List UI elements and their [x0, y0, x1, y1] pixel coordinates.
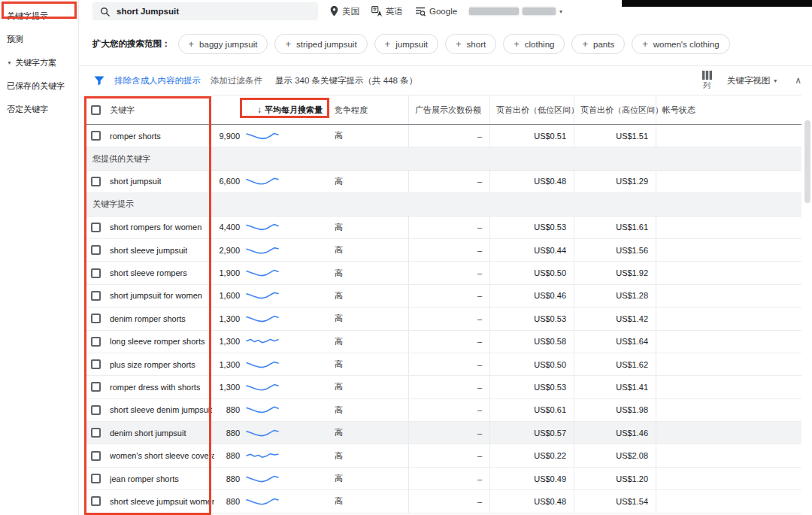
- account-status-value: [656, 239, 801, 261]
- google-ads-keyword-planner: 关键字提示预测▼关键字方案已保存的关键字否定关键字 short Jumpsuit…: [0, 0, 812, 515]
- columns-button[interactable]: 列: [702, 71, 712, 91]
- header-competition[interactable]: 竞争程度: [329, 95, 408, 124]
- vertical-scrollbar[interactable]: [804, 98, 810, 511]
- language-selector[interactable]: 英语: [371, 6, 403, 17]
- table-row[interactable]: short sleeve jumpsuit womens880高–US$0.48…: [85, 490, 801, 513]
- top-bid-high-value: US$1.61: [574, 217, 656, 238]
- table-row[interactable]: short rompers for women4,400高–US$0.53US$…: [85, 217, 801, 239]
- row-checkbox[interactable]: [91, 291, 101, 301]
- ad-impression-share-value: –: [408, 490, 489, 512]
- top-bid-high-value: US$1.56: [574, 239, 656, 261]
- location-selector[interactable]: 美国: [330, 6, 359, 17]
- trend-sparkline-icon: [245, 381, 280, 393]
- table-row[interactable]: plus size romper shorts1,300高–US$0.50US$…: [85, 353, 801, 376]
- add-filter-button[interactable]: 添加过滤条件: [211, 75, 262, 86]
- table-row[interactable]: romper shorts9,900高–US$0.51US$1.51: [85, 125, 801, 147]
- keyword-text: women's short sleeve coveralls: [110, 451, 214, 460]
- sidebar-item-keyword-ideas[interactable]: 关键字提示: [0, 5, 78, 28]
- row-checkbox[interactable]: [91, 245, 101, 255]
- account-status-value: [656, 262, 801, 283]
- add-keyword-chip-0[interactable]: +baggy jumpsuit: [178, 34, 268, 54]
- table-row[interactable]: denim romper shorts1,300高–US$0.53US$1.42: [85, 307, 801, 330]
- table-section-header: 关键字提示: [85, 193, 801, 216]
- header-top-bid-high[interactable]: 页首出价（高位区间）: [574, 95, 656, 124]
- date-range-selector[interactable]: ▾: [469, 8, 562, 15]
- scrollbar-thumb[interactable]: [804, 120, 810, 203]
- account-status-value: [656, 353, 801, 375]
- row-checkbox[interactable]: [91, 382, 101, 392]
- top-bid-low-value: US$0.44: [489, 239, 574, 261]
- search-query: short Jumpsuit: [117, 7, 179, 16]
- table-row[interactable]: short sleeve rompers1,900高–US$0.50US$1.9…: [85, 262, 801, 284]
- top-bid-low-value: US$0.53: [489, 307, 574, 329]
- table-row[interactable]: short sleeve jumpsuit2,900高–US$0.44US$1.…: [85, 239, 801, 262]
- plus-icon: +: [514, 38, 520, 50]
- add-keyword-chip-5[interactable]: +pants: [571, 34, 625, 54]
- sidebar-item-forecasts[interactable]: 预测: [0, 28, 78, 51]
- network-selector[interactable]: Google: [415, 6, 457, 17]
- sidebar-item-negative-keywords[interactable]: 否定关键字: [0, 98, 78, 121]
- row-checkbox[interactable]: [91, 314, 101, 323]
- table-row[interactable]: denim short jumpsuit880高–US$0.57US$1.46: [85, 422, 801, 444]
- select-all-checkbox[interactable]: [91, 105, 101, 115]
- table-row[interactable]: long sleeve romper shorts1,300高–US$0.58U…: [85, 331, 801, 353]
- row-checkbox[interactable]: [91, 177, 101, 186]
- keyword-search-box[interactable]: short Jumpsuit: [92, 2, 318, 20]
- competition-value: 高: [329, 307, 408, 329]
- table-row[interactable]: short jumpsuit6,600高–US$0.48US$1.29: [85, 171, 801, 193]
- table-row[interactable]: jean romper shorts880高–US$0.49US$1.20: [85, 468, 801, 490]
- table-row[interactable]: women's short sleeve coveralls880高–US$0.…: [85, 444, 801, 467]
- table-row[interactable]: short jumpsuit for women1,600高–US$0.46US…: [85, 285, 801, 307]
- top-bid-low-value: US$0.53: [489, 217, 574, 238]
- search-volume: 4,400: [214, 223, 240, 232]
- row-checkbox[interactable]: [91, 405, 101, 415]
- sidebar-item-saved-keywords[interactable]: 已保存的关键字: [0, 74, 78, 98]
- header-account-status[interactable]: 帐号状态: [656, 95, 801, 124]
- toolbar-right: 列 关键字视图 ▾ ∧: [702, 71, 801, 91]
- header-ad-impression-share[interactable]: 广告展示次数份额: [408, 95, 489, 124]
- table-row[interactable]: romper dress with shorts1,300高–US$0.53US…: [85, 376, 801, 398]
- competition-value: 高: [329, 468, 408, 489]
- account-status-value: [656, 422, 801, 444]
- trend-sparkline-icon: [245, 359, 280, 371]
- row-checkbox[interactable]: [91, 223, 101, 232]
- row-checkbox[interactable]: [91, 428, 101, 438]
- competition-value: 高: [329, 444, 408, 466]
- ad-impression-share-value: –: [408, 353, 489, 375]
- header-top-bid-low[interactable]: 页首出价（低位区间）: [489, 95, 574, 124]
- account-status-value: [656, 399, 801, 421]
- add-keyword-chip-4[interactable]: +clothing: [503, 34, 565, 54]
- row-checkbox[interactable]: [91, 268, 101, 278]
- exclude-adult-filter-link[interactable]: 排除含成人内容的提示: [114, 75, 201, 86]
- sidebar-item-keyword-plans[interactable]: ▼关键字方案: [0, 51, 78, 74]
- keyword-chips: +baggy jumpsuit+striped jumpsuit+jumpsui…: [178, 34, 730, 54]
- row-checkbox[interactable]: [91, 337, 101, 347]
- row-checkbox[interactable]: [91, 474, 101, 483]
- keyword-text: plus size romper shorts: [110, 360, 195, 369]
- add-keyword-chip-2[interactable]: +jumpsuit: [374, 34, 438, 54]
- row-checkbox[interactable]: [91, 496, 101, 506]
- header-avg-monthly-searches[interactable]: ↓平均每月搜索量: [214, 95, 329, 124]
- top-bid-high-value: US$1.92: [574, 262, 656, 283]
- row-checkbox[interactable]: [91, 131, 101, 141]
- account-status-value: [656, 307, 801, 329]
- top-bid-high-value: US$1.46: [574, 422, 656, 444]
- add-keyword-chip-1[interactable]: +striped jumpsuit: [274, 34, 367, 54]
- row-checkbox[interactable]: [91, 451, 101, 461]
- table-row[interactable]: short sleeve denim jumpsuit880高–US$0.61U…: [85, 399, 801, 422]
- add-keyword-chip-3[interactable]: +short: [445, 34, 496, 54]
- plus-icon: +: [285, 38, 291, 50]
- sort-desc-icon: ↓: [257, 105, 262, 115]
- filter-icon[interactable]: [94, 76, 105, 86]
- location-value: 美国: [342, 6, 359, 17]
- keywords-table: 关键字 ↓平均每月搜索量 竞争程度 广告展示次数份额 页首出价（低位区间） 页首…: [85, 95, 801, 515]
- row-checkbox[interactable]: [91, 359, 101, 369]
- keyword-view-label: 关键字视图: [727, 75, 771, 86]
- trend-sparkline-icon: [245, 244, 280, 256]
- plus-icon: +: [582, 38, 588, 50]
- sidebar-nav: 关键字提示预测▼关键字方案已保存的关键字否定关键字: [0, 5, 78, 121]
- keyword-view-dropdown[interactable]: 关键字视图 ▾: [727, 75, 777, 86]
- account-status-value: [656, 331, 801, 353]
- collapse-panel-button[interactable]: ∧: [795, 75, 801, 86]
- add-keyword-chip-6[interactable]: +women's clothing: [632, 34, 729, 54]
